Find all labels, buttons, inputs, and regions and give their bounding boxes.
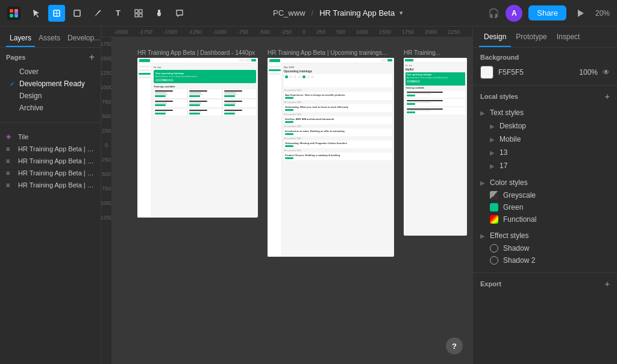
layers-section: ◈ Tile ≡ HR Training App Beta | Login - … <box>0 127 101 364</box>
color-style-green[interactable]: Green <box>490 201 610 213</box>
color-styles-header-row[interactable]: ▶ Color styles <box>480 176 610 189</box>
frame-dashboard-preview[interactable]: Hi, Joe Your upcoming trainings App Expe… <box>137 58 258 218</box>
ruler-h-labels: -2000 -1750 -1500 -1250 -1000 -750 -500 … <box>104 29 470 35</box>
toolbar: T PC_www / HR Training App Beta ▾ 🎧 A Sh… <box>0 0 617 27</box>
layer-tile[interactable]: ◈ Tile <box>0 130 101 143</box>
background-color-swatch[interactable] <box>480 66 493 79</box>
add-page-button[interactable]: + <box>89 52 95 62</box>
zoom-level[interactable]: 20% <box>595 9 610 17</box>
text-style-mobile[interactable]: ▶ Mobile <box>490 133 610 146</box>
svg-rect-8 <box>74 10 80 16</box>
frame-upcoming: HR Training App Beta | Upcoming training… <box>268 49 394 257</box>
svg-rect-12 <box>139 14 142 17</box>
color-styles-label: Color styles <box>490 178 528 187</box>
tab-layers[interactable]: Layers <box>6 31 35 47</box>
page-name-design: Design <box>19 92 42 100</box>
color-style-functional[interactable]: Functional <box>490 213 610 225</box>
color-style-greyscale[interactable]: Greyscale <box>490 189 610 201</box>
text-tool[interactable]: T <box>110 5 127 22</box>
text-styles-group: ▶ Text styles ▶ Desktop ▶ Mobile ▶ 13 <box>480 106 610 172</box>
app-logo[interactable] <box>7 7 20 20</box>
shadow-label: Shadow <box>503 244 529 253</box>
page-item-dev-ready[interactable]: ✓ Development Ready <box>6 78 95 90</box>
text-style-mobile-label: Mobile <box>500 135 521 143</box>
toolbar-right: 🎧 A Share 20% <box>488 5 610 22</box>
layer-login[interactable]: ≡ HR Training App Beta | Login - 37... <box>0 143 101 155</box>
frame-icon-mobile: ≡ <box>6 169 14 177</box>
shape-tool[interactable] <box>69 5 86 22</box>
text-style-desktop-label: Desktop <box>500 122 526 130</box>
frame-3-label: HR Training... <box>404 49 467 56</box>
comment-tool[interactable] <box>171 5 188 22</box>
component-icon: ◈ <box>6 133 14 140</box>
tab-prototype[interactable]: Prototype <box>511 27 551 47</box>
ruler-tick: 1000 <box>356 29 368 35</box>
greyscale-swatch <box>490 191 498 199</box>
add-export-button[interactable]: + <box>605 279 610 289</box>
ruler-tick: -1250 <box>188 29 202 35</box>
frame-upcoming-label: HR Training App Beta | Upcoming training… <box>268 49 388 56</box>
visibility-toggle-icon[interactable]: 👁 <box>603 68 610 77</box>
tab-design[interactable]: Design <box>479 27 511 47</box>
svg-point-4 <box>14 11 18 15</box>
text-style-desktop[interactable]: ▶ Desktop <box>490 119 610 133</box>
components-tool[interactable] <box>130 5 147 22</box>
headset-icon[interactable]: 🎧 <box>488 8 500 19</box>
select-tool[interactable] <box>28 5 45 22</box>
ruler-tick: -2000 <box>114 29 128 35</box>
help-button[interactable]: ? <box>446 337 463 354</box>
frame-dashboard-label: HR Training App Beta | Dashboard - 1440p… <box>137 49 258 56</box>
ruler-tick: -1500 <box>163 29 177 35</box>
breadcrumb-dropdown-icon[interactable]: ▾ <box>399 9 403 17</box>
avatar[interactable]: A <box>506 5 522 22</box>
canvas-main[interactable]: HR Training App Beta | Dashboard - 1440p… <box>112 37 472 364</box>
page-item-cover[interactable]: Cover <box>6 66 95 78</box>
tab-inspect[interactable]: Inspect <box>552 27 585 47</box>
green-label: Green <box>503 203 523 212</box>
share-button[interactable]: Share <box>528 5 566 20</box>
effect-styles-arrow: ▶ <box>480 233 485 239</box>
export-title: Export <box>480 280 501 287</box>
pen-tool[interactable] <box>89 5 106 22</box>
frame-tool[interactable] <box>48 5 65 22</box>
page-name-cover: Cover <box>19 67 39 76</box>
background-opacity[interactable]: 100% <box>579 68 598 77</box>
page-name-dev-ready: Development Ready <box>19 80 85 88</box>
layer-mobile[interactable]: ≡ HR Training App Beta | Mobile - 3... <box>0 167 101 179</box>
text-styles-header-row[interactable]: ▶ Text styles <box>480 106 610 119</box>
right-panel: Design Prototype Inspect Background F5F5… <box>472 27 617 364</box>
shadow-2-icon <box>490 256 498 265</box>
effect-shadow[interactable]: Shadow <box>490 242 610 254</box>
page-item-archive[interactable]: Archive <box>6 102 95 114</box>
page-name-archive: Archive <box>19 104 43 112</box>
text-style-17-label: 17 <box>500 162 507 170</box>
toolbar-left: T <box>7 5 188 22</box>
breadcrumb-project: PC_www <box>273 8 305 17</box>
layer-upcoming-label: HR Training App Beta | Upcoming ... <box>18 157 95 165</box>
greyscale-label: Greyscale <box>503 191 536 199</box>
layer-dashboard[interactable]: ≡ HR Training App Beta | Dashboard... <box>0 179 101 191</box>
svg-rect-10 <box>139 10 142 13</box>
effect-shadow-2[interactable]: Shadow 2 <box>490 254 610 266</box>
frame-3-preview[interactable]: Hi, Joe Hello! Your upcoming trainings A… <box>404 58 467 236</box>
page-item-design[interactable]: Design <box>6 90 95 102</box>
background-row: F5F5F5 100% 👁 <box>480 66 610 79</box>
effect-styles-header-row[interactable]: ▶ Effect styles <box>480 229 610 242</box>
ruler-tick: 2000 <box>425 29 437 35</box>
text-style-17[interactable]: ▶ 17 <box>490 159 610 172</box>
add-local-style-button[interactable]: + <box>605 92 610 101</box>
tab-assets[interactable]: Assets <box>35 31 64 47</box>
layer-upcoming[interactable]: ≡ HR Training App Beta | Upcoming ... <box>0 155 101 167</box>
frame-upcoming-preview[interactable]: Nov 2022 Upcoming trainings <box>268 58 394 257</box>
play-button[interactable] <box>572 5 589 22</box>
arrow-mobile: ▶ <box>490 136 495 143</box>
tab-develop[interactable]: Develop... <box>64 31 104 47</box>
local-styles-title: Local styles <box>480 93 518 100</box>
frame-dashboard: HR Training App Beta | Dashboard - 1440p… <box>137 49 258 218</box>
frame-icon-login: ≡ <box>6 145 14 152</box>
canvas-area[interactable]: -2000 -1750 -1500 -1250 -1000 -750 -500 … <box>101 27 472 364</box>
hand-tool[interactable] <box>151 5 168 22</box>
background-color-value[interactable]: F5F5F5 <box>498 68 574 77</box>
text-style-13[interactable]: ▶ 13 <box>490 146 610 159</box>
panel-tabs: Layers Assets Develop... <box>0 27 101 48</box>
